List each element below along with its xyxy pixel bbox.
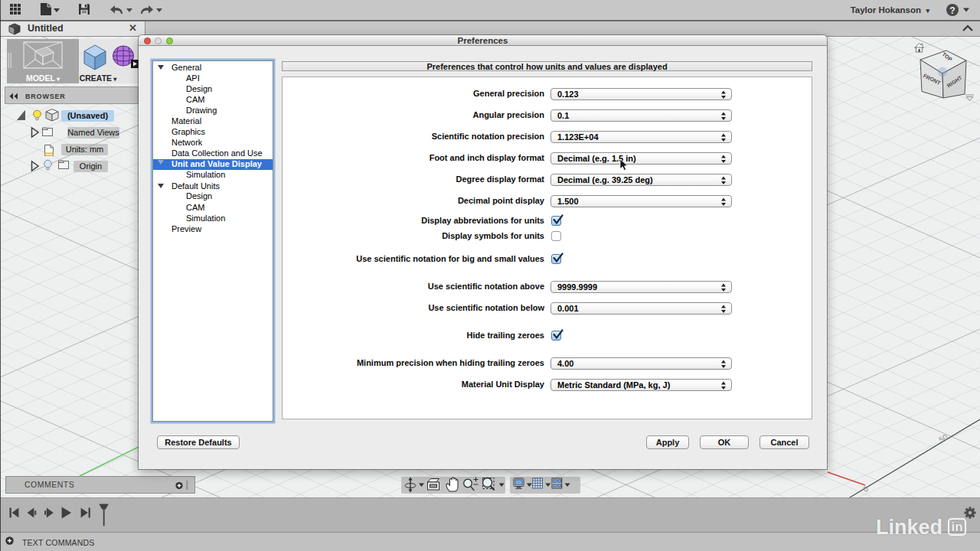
svg-text:50: 50: [937, 432, 949, 444]
svg-text:?: ?: [949, 5, 955, 16]
svg-text:0: 0: [861, 484, 870, 494]
